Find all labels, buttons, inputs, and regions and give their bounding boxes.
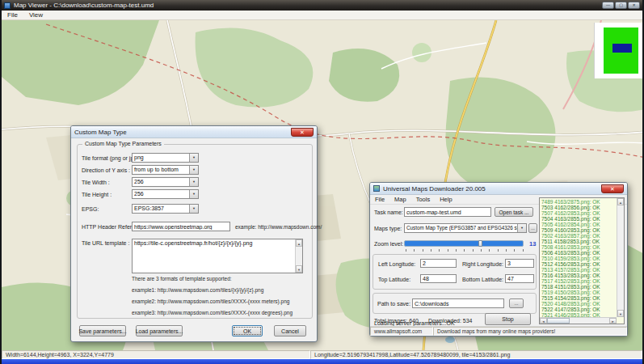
umd-status-text: Loading server parameters...OK xyxy=(374,320,455,326)
umd-titlebar[interactable]: Universal Maps Downloader 20.005 ✕ xyxy=(370,183,627,195)
umd-menu-tools[interactable]: Tools xyxy=(411,196,436,203)
path-input[interactable] xyxy=(412,298,504,308)
path-browse-button[interactable]: ... xyxy=(509,298,524,308)
log-horizontal-scrollbar[interactable]: ◄ ► xyxy=(540,317,617,324)
y-axis-label: Direction of Y axis : xyxy=(82,167,130,173)
custom-dialog-titlebar[interactable]: Custom Map Type ✕ xyxy=(71,126,317,138)
referer-example: example: http://www.mapsdown.com/ xyxy=(235,224,322,230)
zoom-slider-thumb[interactable] xyxy=(478,240,482,247)
left-longitude-input[interactable] xyxy=(420,259,457,268)
template-textarea[interactable]: https://tile-c.openstreetmap.fr/hot/{z}/… xyxy=(132,239,303,273)
template-label: Tile URL template : xyxy=(82,240,129,246)
chevron-down-icon[interactable]: ▼ xyxy=(189,154,198,162)
log-entry: 7520 4148/2853.png: OK xyxy=(541,301,616,307)
scroll-right-icon[interactable]: ► xyxy=(609,318,617,324)
minimize-button-icon[interactable]: — xyxy=(602,2,614,9)
epsg-label: EPSG: xyxy=(82,206,99,212)
zoom-level-value: 13 xyxy=(529,240,536,248)
chevron-down-icon[interactable]: ▼ xyxy=(189,190,198,198)
log-entry: 7502 4163/2857.png: OK xyxy=(541,233,616,239)
menu-bar: File View xyxy=(2,11,642,20)
log-entry: 7512 4156/2853.png: OK xyxy=(541,261,616,267)
tile-format-combo[interactable]: png ▼ xyxy=(132,153,199,163)
custom-map-type-dialog: Custom Map Type ✕ Custom Map Type Parame… xyxy=(70,125,318,342)
zoom-level-label: Zoom level: xyxy=(374,241,403,247)
window-border-bottom xyxy=(2,359,642,364)
menu-file[interactable]: File xyxy=(2,11,23,19)
y-axis-combo[interactable]: from up to bottom ▼ xyxy=(132,165,199,175)
overview-panel xyxy=(594,23,644,78)
tile-width-combo[interactable]: 256 ▼ xyxy=(132,177,199,187)
cancel-button[interactable]: Cancel xyxy=(274,325,306,336)
referer-input[interactable] xyxy=(132,222,230,231)
log-entry: 7515 4154/2853.png: OK xyxy=(541,295,616,301)
umd-menu-map[interactable]: Map xyxy=(389,196,411,203)
scroll-down-icon[interactable]: ▼ xyxy=(617,310,624,317)
umd-app-icon xyxy=(373,185,380,192)
template-help: There are 3 formats of template supporte… xyxy=(132,276,293,321)
tile-width-label: Tile Width : xyxy=(82,180,110,185)
open-task-button[interactable]: Open task ... xyxy=(495,207,533,217)
chevron-down-icon[interactable]: ▼ xyxy=(517,224,526,232)
left-longitude-label: Left Longitude: xyxy=(378,261,415,267)
hscroll-thumb[interactable] xyxy=(547,318,570,324)
maximize-button-icon[interactable]: ▢ xyxy=(615,2,627,9)
template-note: There are 3 formats of template supporte… xyxy=(132,276,293,281)
umd-close-icon[interactable]: ✕ xyxy=(601,184,624,193)
zoom-slider-ticks xyxy=(406,249,524,252)
chevron-down-icon[interactable]: ▼ xyxy=(189,205,198,213)
log-entry: 7505 4162/2854.png: OK xyxy=(541,222,616,227)
tile-height-label: Tile Height : xyxy=(82,192,112,197)
status-dimensions: Width=6144,Height=4963, X=3224,Y=4779 xyxy=(2,350,310,359)
bottom-latitude-input[interactable] xyxy=(505,274,534,283)
umd-menu-file[interactable]: File xyxy=(370,196,389,203)
close-button-icon[interactable]: ✕ xyxy=(628,2,640,9)
menu-view[interactable]: View xyxy=(23,11,48,19)
epsg-combo[interactable]: EPSG:3857 ▼ xyxy=(132,204,199,214)
log-vertical-scrollbar[interactable]: ▲ ▼ xyxy=(617,198,624,317)
zoom-slider[interactable] xyxy=(404,240,524,247)
scroll-down-icon[interactable]: ▼ xyxy=(296,265,302,273)
footer-site: www.allmapsoft.com xyxy=(370,327,433,336)
parameters-group-label: Custom Map Type Parameters xyxy=(82,141,164,146)
log-entry: 7507 4162/2853.png: OK xyxy=(541,210,616,216)
status-bar: Width=6144,Height=4963, X=3224,Y=4779 Lo… xyxy=(2,350,642,359)
umd-menu-help[interactable]: Help xyxy=(435,196,457,203)
load-parameters-button[interactable]: Load parameters... xyxy=(136,325,183,336)
textarea-scrollbar[interactable]: ▲ ▼ xyxy=(295,239,302,273)
download-log-list[interactable]: 7489 4163/2875.png: OK7503 4162/2856.png… xyxy=(539,197,625,324)
top-latitude-input[interactable] xyxy=(420,274,457,283)
scroll-up-icon[interactable]: ▲ xyxy=(617,198,624,205)
maps-type-combo[interactable]: Custom Map Type (EPSG3857 and EPSG4326 s… xyxy=(404,223,527,233)
window-title: Map Viewer - C:\download\custom-map-test… xyxy=(14,2,154,9)
save-parameters-button[interactable]: Save parameters... xyxy=(79,325,126,336)
scroll-left-icon[interactable]: ◄ xyxy=(540,318,547,324)
status-coordinates: Longitude=2.5196793417998,Latitude=47.52… xyxy=(310,350,642,359)
title-bar[interactable]: Map Viewer - C:\download\custom-map-test… xyxy=(2,0,642,11)
right-longitude-input[interactable] xyxy=(505,259,534,268)
maps-type-browse-button[interactable]: ... xyxy=(528,223,537,233)
top-latitude-label: Top Latitude: xyxy=(378,277,410,282)
chevron-down-icon[interactable]: ▼ xyxy=(189,178,198,186)
log-entry: 7518 4151/2853.png: OK xyxy=(541,284,616,290)
tile-height-combo[interactable]: 256 ▼ xyxy=(132,189,199,199)
log-entry: 7519 4150/2853.png: OK xyxy=(541,290,616,295)
log-entry: 7511 4158/2853.png: OK xyxy=(541,239,616,244)
custom-dialog-close-icon[interactable]: ✕ xyxy=(291,128,314,137)
log-entry: 7510 4159/2853.png: OK xyxy=(541,256,616,261)
ok-button[interactable]: OK xyxy=(232,325,263,336)
custom-dialog-title: Custom Map Type xyxy=(74,129,127,136)
chevron-down-icon[interactable]: ▼ xyxy=(189,166,198,174)
template-example-3: example3: http://www.mapsdown.com/tiles/… xyxy=(132,310,293,315)
umd-dialog: Universal Maps Downloader 20.005 ✕ File … xyxy=(369,182,628,336)
scroll-up-icon[interactable]: ▲ xyxy=(296,239,302,247)
coordinates-groupbox: Left Longitude: Right Longitude: Top Lat… xyxy=(373,254,537,290)
task-name-input[interactable] xyxy=(404,207,491,217)
stop-button[interactable]: Stop xyxy=(485,313,531,325)
umd-title: Universal Maps Downloader 20.005 xyxy=(383,185,486,193)
log-entry: 7506 4163/2853.png: OK xyxy=(541,250,616,256)
current-view-rect[interactable] xyxy=(612,44,632,53)
log-entry: 7508 4161/2853.png: OK xyxy=(541,244,616,250)
map-viewer-window: Map Viewer - C:\download\custom-map-test… xyxy=(0,0,644,364)
right-longitude-label: Right Longitude: xyxy=(462,261,503,267)
